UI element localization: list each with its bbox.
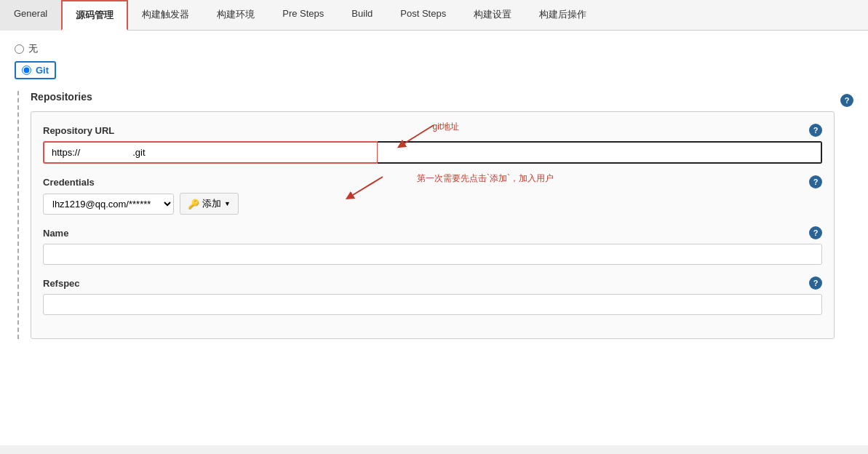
radio-none-input[interactable] bbox=[15, 44, 24, 54]
cred-annotation: 第一次需要先点击`添加`，加入用户 bbox=[417, 172, 554, 185]
tab-env[interactable]: 构建环境 bbox=[203, 0, 268, 31]
radio-none[interactable]: 无 bbox=[15, 42, 853, 55]
add-label: 添加 bbox=[202, 197, 221, 210]
repo-url-right-extension bbox=[378, 141, 822, 164]
tab-poststeps[interactable]: Post Steps bbox=[386, 0, 460, 31]
tab-presteps[interactable]: Pre Steps bbox=[268, 0, 338, 31]
repo-url-help-icon[interactable]: ? bbox=[809, 124, 822, 137]
repo-url-right-input[interactable] bbox=[378, 143, 821, 162]
repo-url-input[interactable] bbox=[44, 143, 377, 162]
credentials-input-row: lhz1219@qq.com/****** - 无 - 🔑 添加 ▼ 第一次需要… bbox=[43, 193, 822, 215]
radio-git-label: Git bbox=[36, 65, 49, 76]
name-help-icon[interactable]: ? bbox=[809, 226, 822, 239]
tab-trigger[interactable]: 构建触发器 bbox=[128, 0, 203, 31]
refspec-group: Refspec ? bbox=[43, 276, 822, 315]
name-label: Name bbox=[43, 228, 68, 239]
url-input-row: git地址 bbox=[43, 141, 822, 164]
key-icon: 🔑 bbox=[188, 199, 199, 210]
tab-postbuild[interactable]: 构建后操作 bbox=[525, 0, 600, 31]
refspec-label: Refspec bbox=[43, 278, 80, 289]
radio-git-input[interactable] bbox=[22, 65, 31, 75]
content-area: 无 Git Repositories Repository URL ? bbox=[0, 31, 868, 445]
tab-settings[interactable]: 构建设置 bbox=[460, 0, 525, 31]
repositories-title: Repositories bbox=[31, 91, 92, 103]
git-annotation: git地址 bbox=[433, 121, 460, 133]
radio-none-label: 无 bbox=[28, 42, 38, 55]
credentials-group: Credentials ? lhz1219@qq.com/****** - 无 … bbox=[43, 175, 822, 215]
tab-general[interactable]: General bbox=[0, 0, 61, 31]
repositories-section-help: ? bbox=[840, 91, 853, 107]
tab-source[interactable]: 源码管理 bbox=[61, 0, 128, 31]
repo-url-label: Repository URL bbox=[43, 125, 114, 136]
name-input[interactable] bbox=[43, 244, 822, 265]
name-group: Name ? bbox=[43, 226, 822, 265]
git-annotation-text: git地址 bbox=[433, 121, 460, 133]
repositories-title-row: Repositories bbox=[31, 91, 835, 103]
repository-url-group: Repository URL ? bbox=[43, 124, 822, 164]
credentials-select[interactable]: lhz1219@qq.com/****** - 无 - bbox=[43, 194, 174, 215]
repo-url-highlight-box bbox=[43, 141, 378, 164]
cred-annotation-text: 第一次需要先点击`添加`，加入用户 bbox=[417, 172, 554, 185]
refspec-help-icon[interactable]: ? bbox=[809, 276, 822, 290]
repositories-help-icon[interactable]: ? bbox=[840, 94, 853, 107]
name-label-row: Name ? bbox=[43, 226, 822, 239]
radio-git[interactable]: Git bbox=[15, 61, 56, 79]
tab-build[interactable]: Build bbox=[338, 0, 386, 31]
credentials-help-icon[interactable]: ? bbox=[809, 175, 822, 188]
tab-bar: General 源码管理 构建触发器 构建环境 Pre Steps Build … bbox=[0, 0, 868, 31]
source-type-radio-group: 无 Git bbox=[15, 42, 853, 79]
refspec-input[interactable] bbox=[43, 294, 822, 315]
repositories-section: Repositories Repository URL ? bbox=[17, 91, 835, 339]
add-credentials-button[interactable]: 🔑 添加 ▼ bbox=[180, 193, 239, 215]
dropdown-arrow-icon: ▼ bbox=[224, 200, 231, 207]
credentials-label: Credentials bbox=[43, 177, 95, 188]
refspec-label-row: Refspec ? bbox=[43, 276, 822, 290]
